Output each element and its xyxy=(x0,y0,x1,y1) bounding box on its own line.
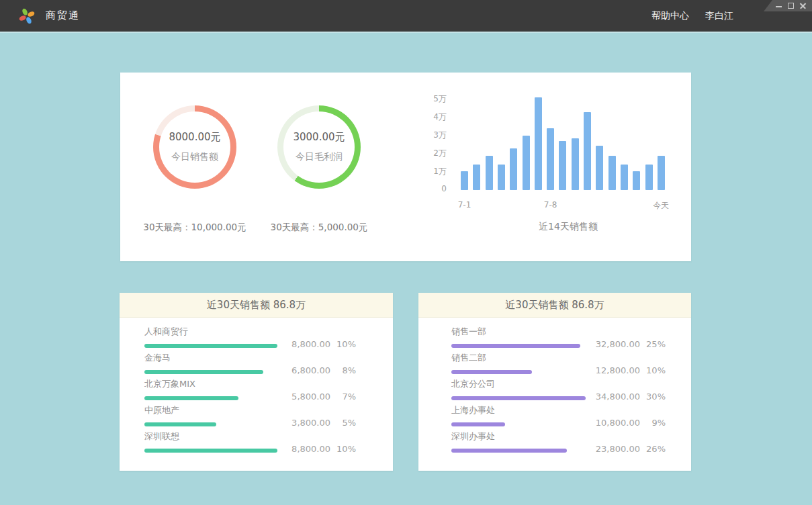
item-label: 上海办事处 xyxy=(451,403,691,416)
chart-bar xyxy=(473,165,480,190)
item-progress-bar xyxy=(144,370,263,374)
item-percent: 30% xyxy=(640,392,666,402)
item-amount: 23,800.00 xyxy=(588,444,640,454)
list-item: 深圳联想8,800.0010% xyxy=(144,429,393,455)
chart-bar xyxy=(621,165,628,190)
today-profit-gauge: 3000.00元 今日毛利润 xyxy=(277,105,361,189)
item-progress-bar xyxy=(451,344,580,348)
chart-bar xyxy=(498,165,505,190)
item-progress-bar xyxy=(144,396,238,400)
department-ranking-list: 销售一部32,800.0025%销售二部12,800.0010%北京分公司34,… xyxy=(418,318,691,455)
item-percent: 26% xyxy=(640,444,666,454)
customer-ranking-list: 人和商贸行8,800.0010%金海马6,800.008%北京万象MIX5,80… xyxy=(120,318,393,455)
item-percent: 8% xyxy=(330,365,356,375)
item-label: 北京分公司 xyxy=(451,377,691,390)
pinwheel-logo-icon xyxy=(18,7,36,25)
item-label: 销售一部 xyxy=(451,324,691,338)
department-sales-ranking-card: 近30天销售额 86.8万 销售一部32,800.0025%销售二部12,800… xyxy=(418,293,691,471)
item-percent: 10% xyxy=(330,339,356,349)
department-ranking-title: 近30天销售额 86.8万 xyxy=(418,293,691,318)
overview-card: 8000.00元 今日销售额 30天最高：10,000.00元 3000.00元… xyxy=(120,73,691,261)
item-progress-bar xyxy=(451,449,567,453)
item-amount: 12,800.00 xyxy=(588,365,640,375)
item-progress-bar xyxy=(451,422,505,426)
item-value: 6,800.008% xyxy=(278,365,356,375)
x-axis-tick: 7-8 xyxy=(544,200,557,210)
chart-bar xyxy=(633,171,640,190)
item-label: 深圳联想 xyxy=(144,429,393,443)
help-center-link[interactable]: 帮助中心 xyxy=(651,10,689,22)
y-axis-tick: 3万 xyxy=(409,130,447,141)
today-profit-value: 3000.00元 xyxy=(293,131,345,144)
y-axis-tick: 4万 xyxy=(409,111,447,123)
window-controls xyxy=(764,0,812,11)
chart-bar xyxy=(461,171,468,190)
item-progress-bar xyxy=(144,422,216,426)
chart-bar xyxy=(523,136,530,190)
user-name-link[interactable]: 李白江 xyxy=(705,10,733,22)
list-item: 北京万象MIX5,800.007% xyxy=(144,377,393,403)
y-axis-tick: 5万 xyxy=(409,93,447,105)
item-value: 8,800.0010% xyxy=(278,444,356,454)
x-axis-tick: 7-1 xyxy=(458,200,471,210)
close-icon[interactable] xyxy=(800,3,806,9)
item-progress-bar xyxy=(451,396,586,400)
item-percent: 5% xyxy=(330,418,356,428)
today-sales-caption: 今日销售额 xyxy=(171,151,218,163)
today-profit-caption: 今日毛利润 xyxy=(296,151,343,163)
chart-bar xyxy=(658,156,665,190)
item-label: 深圳办事处 xyxy=(451,429,691,443)
item-amount: 5,800.00 xyxy=(278,392,330,402)
list-item: 人和商贸行8,800.0010% xyxy=(144,324,393,351)
item-amount: 32,800.00 xyxy=(588,339,640,349)
list-item: 北京分公司34,800.0030% xyxy=(451,377,691,403)
minimize-icon[interactable] xyxy=(776,3,782,9)
chart-bar xyxy=(596,146,603,190)
title-bar: 商贸通 帮助中心 李白江 xyxy=(0,0,812,32)
item-value: 8,800.0010% xyxy=(278,339,356,349)
item-label: 人和商贸行 xyxy=(144,324,393,338)
titlebar-divider xyxy=(0,32,812,33)
item-amount: 3,800.00 xyxy=(278,418,330,428)
chart-bar xyxy=(572,138,579,190)
item-percent: 7% xyxy=(330,392,356,402)
item-label: 金海马 xyxy=(144,351,393,364)
list-item: 深圳办事处23,800.0026% xyxy=(451,429,691,455)
chart-bar xyxy=(510,148,517,190)
customer-ranking-title: 近30天销售额 86.8万 xyxy=(120,293,393,318)
list-item: 上海办事处10,800.009% xyxy=(451,403,691,429)
item-amount: 6,800.00 xyxy=(278,365,330,375)
list-item: 金海马6,800.008% xyxy=(144,351,393,377)
x-axis-tick: 今天 xyxy=(653,200,669,212)
maximize-icon[interactable] xyxy=(788,3,794,9)
item-value: 34,800.0030% xyxy=(588,392,666,402)
chart-bar xyxy=(608,156,616,190)
today-profit-30day-max: 30天最高：5,000.00元 xyxy=(232,222,406,234)
item-value: 32,800.0025% xyxy=(588,339,666,349)
list-item: 中原地产3,800.005% xyxy=(144,403,393,429)
list-item: 销售二部12,800.0010% xyxy=(451,351,691,377)
chart-bar xyxy=(547,128,554,190)
item-label: 中原地产 xyxy=(144,403,393,416)
app-title: 商贸通 xyxy=(46,0,80,32)
chart-title: 近14天销售额 xyxy=(488,221,649,233)
item-progress-bar xyxy=(144,344,277,348)
customer-sales-ranking-card: 近30天销售额 86.8万 人和商贸行8,800.0010%金海马6,800.0… xyxy=(120,293,393,471)
sales-bar-chart xyxy=(461,96,673,190)
item-value: 12,800.0010% xyxy=(588,365,666,375)
chart-bar xyxy=(645,165,653,190)
item-amount: 10,800.00 xyxy=(588,418,640,428)
item-amount: 8,800.00 xyxy=(278,444,330,454)
y-axis-tick: 2万 xyxy=(409,148,447,159)
item-progress-bar xyxy=(451,370,532,374)
today-sales-gauge: 8000.00元 今日销售额 xyxy=(153,105,236,189)
today-sales-value: 8000.00元 xyxy=(169,131,220,144)
item-label: 销售二部 xyxy=(451,351,691,364)
item-value: 3,800.005% xyxy=(278,418,356,428)
y-axis-tick: 1万 xyxy=(409,166,447,177)
item-progress-bar xyxy=(144,449,277,453)
item-percent: 10% xyxy=(640,365,666,375)
chart-bar xyxy=(535,97,542,190)
item-percent: 9% xyxy=(640,418,666,428)
item-amount: 34,800.00 xyxy=(588,392,640,402)
